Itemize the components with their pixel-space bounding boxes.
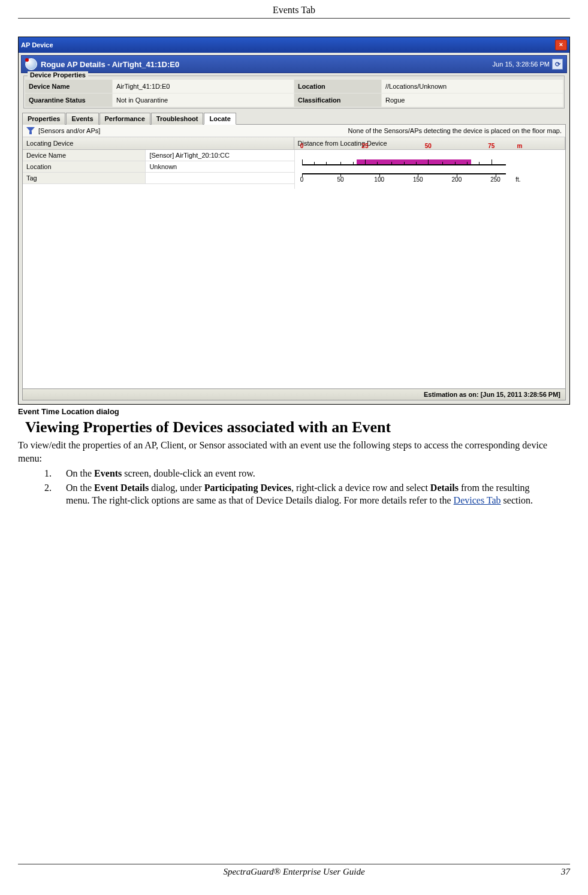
tab-strip: Properties Events Performance Troublesho… xyxy=(22,112,566,124)
footer-title: SpectraGuard® Enterprise User Guide xyxy=(42,867,546,877)
ruler-unit-m: m xyxy=(517,143,523,149)
classification-value: Rogue xyxy=(382,94,563,107)
row-tag-label: Tag xyxy=(23,173,146,183)
column-header-row: Locating Device Distance from Locating D… xyxy=(23,137,565,150)
intro-paragraph: To view/edit the properties of an AP, Cl… xyxy=(18,439,570,465)
tab-performance[interactable]: Performance xyxy=(99,113,150,125)
dialog-subtitle: Rogue AP Details - AirTight_41:1D:E0 xyxy=(41,60,493,69)
row-device-name-label: Device Name xyxy=(23,150,146,161)
ruler-m-0: 0 xyxy=(300,143,304,149)
funnel-icon[interactable] xyxy=(26,127,35,134)
section-heading: Viewing Properties of Devices associated… xyxy=(25,418,570,436)
filter-label[interactable]: [Sensors and/or APs] xyxy=(38,127,100,134)
step-2: On the Event Details dialog, under Parti… xyxy=(54,481,546,507)
row-location-value: Unknown xyxy=(146,161,294,172)
ruler-ft-150: 150 xyxy=(413,176,423,183)
distance-ruler: 0 25 50 75 m xyxy=(294,150,566,189)
device-name-label: Device Name xyxy=(25,80,112,93)
status-bar: Estimation as on: [Jun 15, 2011 3:28:56 … xyxy=(22,389,566,400)
ruler-ft-50: 50 xyxy=(337,176,344,183)
ruler-ft-100: 100 xyxy=(374,176,384,183)
quarantine-value: Not in Quarantine xyxy=(113,94,294,107)
tab-events[interactable]: Events xyxy=(66,113,98,125)
refresh-icon[interactable]: ⟳ xyxy=(552,59,563,70)
page-number: 37 xyxy=(546,867,570,877)
row-tag-value xyxy=(146,173,294,183)
step-1: On the Events screen, double-click an ev… xyxy=(54,467,546,480)
location-label: Location xyxy=(294,80,381,93)
page-footer: SpectraGuard® Enterprise User Guide 37 xyxy=(18,864,570,877)
ruler-ft-200: 200 xyxy=(452,176,462,183)
ruler-ft-250: 250 xyxy=(490,176,500,183)
classification-label: Classification xyxy=(294,94,381,107)
distance-highlight-bar xyxy=(357,159,471,164)
filter-note: None of the Sensors/APs detecting the de… xyxy=(112,127,562,134)
ruler-m-25: 25 xyxy=(361,143,368,149)
device-properties-fieldset: Device Properties Device Name AirTight_4… xyxy=(23,76,565,109)
row-location-label: Location xyxy=(23,161,146,172)
table-row: Device Name [Sensor] AirTight_20:10:CC L… xyxy=(23,150,565,189)
filter-row: [Sensors and/or APs] None of the Sensors… xyxy=(23,125,565,137)
page-header: Events Tab xyxy=(18,0,570,19)
ap-device-dialog: AP Device × Rogue AP Details - AirTight_… xyxy=(18,37,570,405)
close-icon[interactable]: × xyxy=(555,40,567,50)
dialog-subtitlebar: Rogue AP Details - AirTight_41:1D:E0 Jun… xyxy=(21,55,567,73)
row-device-name-value: [Sensor] AirTight_20:10:CC xyxy=(146,150,294,161)
col-locating-device[interactable]: Locating Device xyxy=(23,137,294,149)
dialog-timestamp: Jun 15, 3:28:56 PM xyxy=(493,61,550,68)
ap-icon xyxy=(25,58,37,70)
ruler-ft-0: 0 xyxy=(300,176,304,183)
tab-properties[interactable]: Properties xyxy=(22,113,65,125)
dialog-titlebar[interactable]: AP Device × xyxy=(19,37,569,53)
location-value: //Locations/Unknown xyxy=(382,80,563,93)
steps-list: On the Events screen, double-click an ev… xyxy=(42,467,570,507)
quarantine-label: Quarantine Status xyxy=(25,94,112,107)
device-name-value: AirTight_41:1D:E0 xyxy=(113,80,294,93)
device-properties-legend: Device Properties xyxy=(28,71,88,79)
devices-tab-link[interactable]: Devices Tab xyxy=(454,495,501,505)
locate-tab-body: [Sensors and/or APs] None of the Sensors… xyxy=(22,124,566,389)
figure-caption: Event Time Location dialog xyxy=(18,407,570,416)
tab-troubleshoot[interactable]: Troubleshoot xyxy=(151,113,204,125)
ruler-unit-ft: ft. xyxy=(515,176,520,183)
ruler-m-75: 75 xyxy=(488,143,494,149)
tab-locate[interactable]: Locate xyxy=(204,113,236,125)
ruler-m-50: 50 xyxy=(425,143,432,149)
dialog-title: AP Device xyxy=(21,41,555,49)
